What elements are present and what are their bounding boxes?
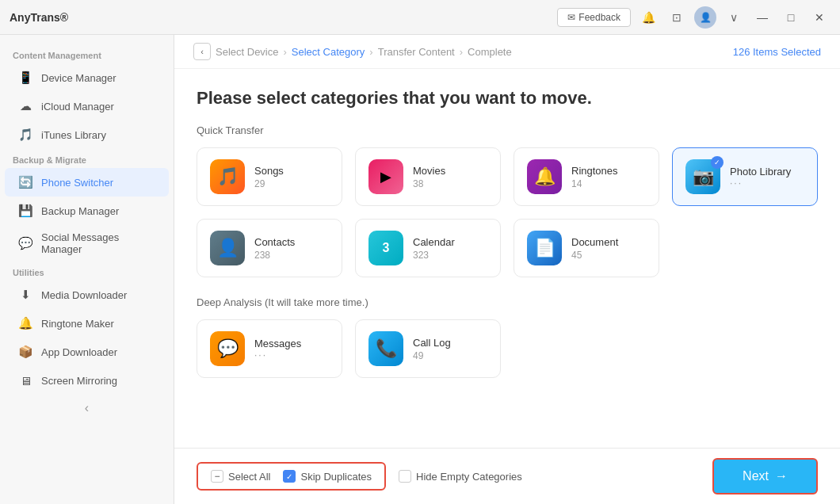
ringtones-icon-wrap: 🔔 bbox=[527, 159, 562, 194]
app-title: AnyTrans® bbox=[10, 11, 68, 24]
category-movies[interactable]: ▶ Movies 38 bbox=[355, 147, 501, 206]
select-all-checkbox[interactable]: − Select All bbox=[211, 470, 270, 483]
page-content: Please select categories that you want t… bbox=[174, 69, 840, 448]
sidebar-item-device-manager[interactable]: 📱 Device Manager bbox=[5, 63, 169, 92]
media-download-icon: ⬇ bbox=[17, 287, 33, 303]
skip-duplicates-label: Skip Duplicates bbox=[300, 471, 372, 483]
sidebar-item-ringtone-maker[interactable]: 🔔 Ringtone Maker bbox=[5, 309, 169, 338]
next-label: Next bbox=[743, 469, 769, 483]
ringtones-info: Ringtones 14 bbox=[571, 165, 618, 189]
calllog-icon: 📞 bbox=[368, 331, 403, 366]
breadcrumb-step-1: Select Device bbox=[216, 46, 278, 58]
close-button[interactable]: ✕ bbox=[808, 6, 830, 29]
ringtone-maker-label: Ringtone Maker bbox=[41, 318, 114, 330]
backup-icon: 💾 bbox=[17, 203, 33, 219]
ringtones-icon: 🔔 bbox=[527, 159, 562, 194]
category-call-log[interactable]: 📞 Call Log 49 bbox=[355, 319, 501, 378]
hide-empty-label: Hide Empty Categories bbox=[416, 471, 522, 483]
sidebar-item-itunes-library[interactable]: 🎵 iTunes Library bbox=[5, 120, 169, 149]
device-manager-label: Device Manager bbox=[41, 72, 116, 84]
titlebar: AnyTrans® ✉ Feedback 🔔 ⊡ 👤 ∨ — □ ✕ bbox=[0, 0, 840, 35]
calllog-icon-wrap: 📞 bbox=[368, 331, 403, 366]
contacts-icon: 👤 bbox=[210, 231, 245, 265]
sidebar-collapse-button[interactable]: ‹ bbox=[0, 395, 174, 422]
chevron-down-icon[interactable]: ∨ bbox=[723, 6, 745, 29]
document-count: 45 bbox=[571, 250, 618, 261]
deep-analysis-grid: 💬 Messages ··· 📞 Call Log 49 bbox=[197, 319, 818, 378]
breadcrumb: ‹ Select Device › Select Category › Tran… bbox=[193, 43, 512, 60]
sidebar-item-media-downloader[interactable]: ⬇ Media Downloader bbox=[5, 281, 169, 309]
bottom-left-options: − Select All ✓ Skip Duplicates bbox=[197, 462, 386, 491]
maximize-button[interactable]: □ bbox=[780, 6, 802, 29]
avatar[interactable]: 👤 bbox=[694, 6, 716, 29]
select-all-label: Select All bbox=[228, 471, 270, 483]
screen-mirror-icon: 🖥 bbox=[17, 372, 33, 388]
contacts-count: 238 bbox=[254, 250, 295, 261]
section-content-management: Content Management bbox=[0, 44, 174, 63]
category-photo-library[interactable]: 📷 ✓ Photo Library ··· bbox=[672, 147, 818, 206]
sidebar-item-social-messages[interactable]: 💬 Social Messages Manager bbox=[5, 225, 169, 262]
movies-name: Movies bbox=[413, 165, 445, 177]
screen-mirror-label: Screen Mirroring bbox=[41, 375, 117, 387]
bell-icon[interactable]: 🔔 bbox=[637, 6, 659, 29]
category-ringtones[interactable]: 🔔 Ringtones 14 bbox=[514, 147, 659, 206]
songs-icon: 🎵 bbox=[210, 159, 245, 194]
contacts-icon-wrap: 👤 bbox=[210, 231, 245, 265]
titlebar-left: AnyTrans® bbox=[10, 11, 68, 24]
itunes-label: iTunes Library bbox=[41, 129, 106, 141]
quick-transfer-label: Quick Transfer bbox=[197, 124, 818, 136]
document-icon-wrap: 📄 bbox=[527, 231, 562, 265]
photo-library-name: Photo Library bbox=[730, 166, 791, 178]
category-messages[interactable]: 💬 Messages ··· bbox=[197, 319, 342, 378]
box-icon[interactable]: ⊡ bbox=[666, 6, 688, 29]
category-contacts[interactable]: 👤 Contacts 238 bbox=[197, 219, 342, 277]
backup-label: Backup Manager bbox=[41, 205, 119, 217]
sidebar-item-backup-manager[interactable]: 💾 Backup Manager bbox=[5, 197, 169, 225]
sidebar-item-icloud-manager[interactable]: ☁ iCloud Manager bbox=[5, 92, 169, 120]
social-label: Social Messages Manager bbox=[41, 231, 156, 255]
messages-count: ··· bbox=[254, 349, 301, 361]
sidebar-item-phone-switcher[interactable]: 🔄 Phone Switcher bbox=[5, 168, 169, 197]
icloud-label: iCloud Manager bbox=[41, 101, 114, 113]
device-manager-icon: 📱 bbox=[17, 70, 33, 86]
messages-info: Messages ··· bbox=[254, 338, 301, 361]
sidebar-item-app-downloader[interactable]: 📦 App Downloader bbox=[5, 338, 169, 366]
songs-name: Songs bbox=[254, 165, 284, 177]
next-arrow-icon: → bbox=[775, 469, 788, 483]
calendar-icon-wrap: 3 bbox=[368, 231, 403, 265]
section-backup-migrate: Backup & Migrate bbox=[0, 149, 174, 168]
feedback-label: Feedback bbox=[578, 12, 620, 23]
photo-check-badge: ✓ bbox=[711, 156, 724, 169]
songs-icon-wrap: 🎵 bbox=[210, 159, 245, 194]
breadcrumb-step-2: Select Category bbox=[292, 46, 365, 58]
contacts-name: Contacts bbox=[254, 236, 295, 248]
select-all-icon: − bbox=[211, 470, 223, 483]
next-button[interactable]: Next → bbox=[712, 458, 818, 494]
skip-duplicates-checkbox[interactable]: ✓ Skip Duplicates bbox=[283, 470, 372, 483]
photo-library-count: ··· bbox=[730, 178, 791, 189]
sidebar: Content Management 📱 Device Manager ☁ iC… bbox=[0, 35, 174, 504]
messages-name: Messages bbox=[254, 338, 301, 349]
calendar-icon: 3 bbox=[368, 231, 403, 265]
app-download-icon: 📦 bbox=[17, 344, 33, 360]
category-calendar[interactable]: 3 Calendar 323 bbox=[355, 219, 501, 277]
ringtones-name: Ringtones bbox=[571, 165, 618, 177]
hide-empty-checkbox[interactable]: Hide Empty Categories bbox=[399, 470, 522, 483]
category-document[interactable]: 📄 Document 45 bbox=[514, 219, 659, 277]
quick-transfer-grid: 🎵 Songs 29 ▶ Movies 38 bbox=[197, 147, 818, 277]
back-button[interactable]: ‹ bbox=[193, 43, 211, 60]
contacts-info: Contacts 238 bbox=[254, 236, 295, 261]
movies-info: Movies 38 bbox=[413, 165, 445, 189]
category-songs[interactable]: 🎵 Songs 29 bbox=[197, 147, 342, 206]
section-utilities: Utilities bbox=[0, 262, 174, 281]
calllog-info: Call Log 49 bbox=[413, 337, 451, 361]
sidebar-item-screen-mirroring[interactable]: 🖥 Screen Mirroring bbox=[5, 366, 169, 395]
breadcrumb-sep-3: › bbox=[460, 46, 463, 58]
feedback-button[interactable]: ✉ Feedback bbox=[557, 8, 631, 27]
document-name: Document bbox=[571, 236, 618, 248]
calendar-name: Calendar bbox=[413, 236, 455, 248]
document-icon: 📄 bbox=[527, 231, 562, 265]
breadcrumb-step-4: Complete bbox=[468, 46, 512, 58]
minimize-button[interactable]: — bbox=[751, 6, 773, 29]
media-download-label: Media Downloader bbox=[41, 289, 127, 301]
